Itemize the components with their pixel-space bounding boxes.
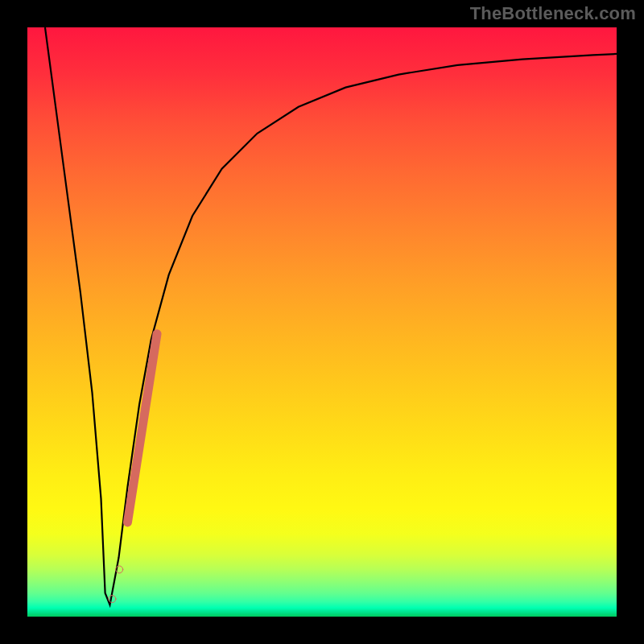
chart-svg <box>27 27 617 617</box>
watermark-text: TheBottleneck.com <box>470 3 636 24</box>
marker-streak <box>127 334 157 522</box>
plot-area <box>27 27 617 617</box>
chart-frame: TheBottleneck.com <box>0 0 644 644</box>
